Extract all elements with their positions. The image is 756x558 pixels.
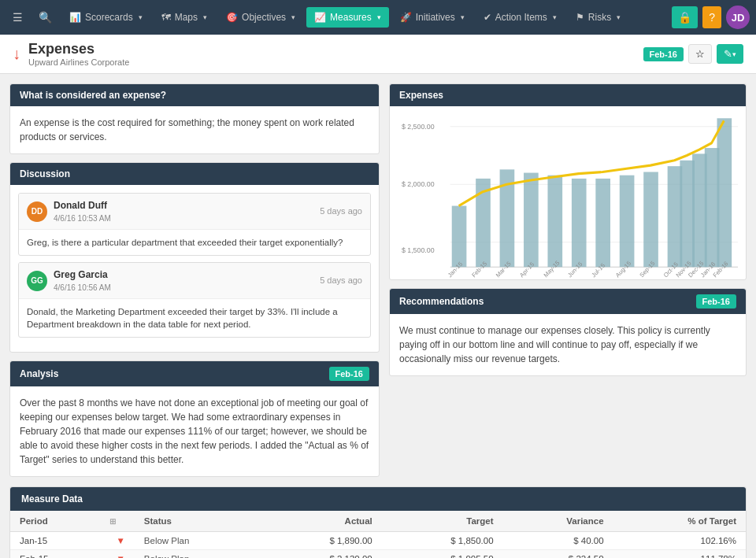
cell-actual: $ 2,130.00 <box>261 550 382 558</box>
measure-data-table: Period ⊞ Status Actual Target Variance %… <box>10 511 746 558</box>
cell-variance: $ 224.50 <box>503 550 613 558</box>
nav-initiatives[interactable]: 🚀 Initiatives ▾ <box>392 7 472 28</box>
navbar: ☰ 🔍 📊 Scorecards ▾ 🗺 Maps ▾ 🎯 Objectives… <box>0 0 756 35</box>
page-title-group: Expenses Upward Airlines Corporate <box>28 41 129 67</box>
expense-definition-card: What is considered an expense? An expens… <box>9 83 380 154</box>
col-filter[interactable]: ⊞ <box>106 511 134 532</box>
cell-period: Jan-15 <box>10 532 106 550</box>
analysis-card: Analysis Feb-16 Over the past 8 months w… <box>9 360 380 477</box>
initiatives-icon: 🚀 <box>400 12 412 23</box>
svg-rect-13 <box>595 179 610 267</box>
risks-icon: ⚑ <box>576 12 584 23</box>
menu-button[interactable]: ☰ <box>6 6 29 28</box>
edit-icon: ✎ <box>724 48 732 60</box>
table-row: Feb-15 ▼ Below Plan $ 2,130.00 $ 1,905.5… <box>10 550 746 558</box>
right-column: Expenses $ 2,500.00 $ 2,000.00 $ 1,500.0… <box>389 83 747 477</box>
analysis-header: Analysis Feb-16 <box>10 361 379 386</box>
measure-data-section: Measure Data Period ⊞ Status Actual Targ… <box>9 486 747 558</box>
svg-rect-20 <box>717 118 732 267</box>
col-pct-target: % of Target <box>613 511 746 532</box>
search-button[interactable]: 🔍 <box>32 6 58 28</box>
svg-rect-15 <box>643 172 658 268</box>
nav-scorecards[interactable]: 📊 Scorecards ▾ <box>61 7 150 28</box>
page-header-left: ↓ Expenses Upward Airlines Corporate <box>13 41 129 67</box>
chevron-down-icon: ▾ <box>139 13 143 21</box>
svg-rect-7 <box>452 206 467 268</box>
avatar-donald: DD <box>27 201 47 222</box>
cell-period: Feb-15 <box>10 550 106 558</box>
discussion-item-1-header: DD Donald Duff 4/6/16 10:53 AM 5 days ag… <box>19 194 370 230</box>
nav-maps[interactable]: 🗺 Maps ▾ <box>154 7 215 28</box>
avatar-greg: GG <box>27 271 47 291</box>
help-button[interactable]: ? <box>702 6 721 28</box>
svg-text:$ 1,500.00: $ 1,500.00 <box>402 246 435 254</box>
recommendations-date-badge: Feb-16 <box>696 294 736 309</box>
page-header-right: Feb-16 ☆ ✎ ▾ <box>643 44 743 64</box>
discussion-item-2: GG Greg Garcia 4/6/16 10:56 AM 5 days ag… <box>18 262 371 338</box>
recommendations-body: We must continue to manage our expenses … <box>390 314 746 375</box>
nav-right-actions: 🔒 ? JD <box>672 6 750 29</box>
col-variance: Variance <box>503 511 613 532</box>
date-badge: Feb-16 <box>643 47 684 61</box>
svg-rect-11 <box>547 176 562 268</box>
discussion-item-2-body: Donald, the Marketing Department exceede… <box>19 299 370 337</box>
cell-status-icon: ▼ <box>106 532 134 550</box>
discussion-header: Discussion <box>10 163 379 185</box>
svg-text:$ 2,500.00: $ 2,500.00 <box>402 123 435 131</box>
nav-measures[interactable]: 📈 Measures ▾ <box>306 7 389 28</box>
cell-pct: 102.16% <box>613 532 746 550</box>
measure-data-header: Measure Data <box>10 487 746 511</box>
svg-rect-14 <box>620 176 635 268</box>
left-column: What is considered an expense? An expens… <box>9 83 380 477</box>
nav-objectives[interactable]: 🎯 Objectives ▾ <box>218 7 303 28</box>
discussion-card: Discussion DD Donald Duff 4/6/16 10:53 A… <box>9 162 380 353</box>
analysis-body: Over the past 8 months we have not done … <box>10 386 379 476</box>
chevron-down-icon: ▾ <box>553 13 557 21</box>
chevron-down-icon: ▾ <box>617 13 621 21</box>
objectives-icon: 🎯 <box>226 12 238 23</box>
filter-icon[interactable]: ⊞ <box>109 517 116 526</box>
chevron-down-icon: ▾ <box>732 50 736 58</box>
trend-down-icon: ↓ <box>13 45 20 63</box>
action-items-icon: ✔ <box>484 12 491 23</box>
star-button[interactable]: ☆ <box>688 44 712 64</box>
chevron-down-icon: ▾ <box>377 13 381 21</box>
discussion-body: DD Donald Duff 4/6/16 10:53 AM 5 days ag… <box>10 185 379 352</box>
nav-action-items[interactable]: ✔ Action Items ▾ <box>476 7 565 28</box>
discussion-item-1: DD Donald Duff 4/6/16 10:53 AM 5 days ag… <box>18 193 371 256</box>
svg-rect-12 <box>572 179 587 267</box>
discussion-author-1: Donald Duff 4/6/16 10:53 AM <box>54 198 111 224</box>
page-subtitle: Upward Airlines Corporate <box>28 57 129 67</box>
maps-icon: 🗺 <box>161 12 171 23</box>
cell-status: Below Plan <box>135 532 261 550</box>
expenses-chart-card: Expenses $ 2,500.00 $ 2,000.00 $ 1,500.0… <box>389 83 747 280</box>
col-target: Target <box>382 511 503 532</box>
chevron-down-icon: ▾ <box>203 13 207 21</box>
analysis-date-badge: Feb-16 <box>329 367 369 381</box>
avatar[interactable]: JD <box>726 6 750 29</box>
discussion-item-2-header: GG Greg Garcia 4/6/16 10:56 AM 5 days ag… <box>19 263 370 299</box>
page-header: ↓ Expenses Upward Airlines Corporate Feb… <box>0 35 756 74</box>
discussion-author-2: Greg Garcia 4/6/16 10:56 AM <box>54 268 111 294</box>
svg-rect-10 <box>524 173 539 268</box>
col-period: Period <box>10 511 106 532</box>
table-row: Jan-15 ▼ Below Plan $ 1,890.00 $ 1,850.0… <box>10 532 746 550</box>
lock-button[interactable]: 🔒 <box>672 6 698 28</box>
scorecards-icon: 📊 <box>69 12 81 23</box>
main-content: What is considered an expense? An expens… <box>0 74 756 486</box>
nav-risks[interactable]: ⚑ Risks ▾ <box>568 7 628 28</box>
table-body: Jan-15 ▼ Below Plan $ 1,890.00 $ 1,850.0… <box>10 532 746 558</box>
cell-status-icon: ▼ <box>106 550 134 558</box>
measures-icon: 📈 <box>314 12 326 23</box>
recommendations-header: Recommendations Feb-16 <box>390 289 746 314</box>
chevron-down-icon: ▾ <box>461 13 465 21</box>
cell-status: Below Plan <box>135 550 261 558</box>
chevron-down-icon: ▾ <box>291 13 295 21</box>
edit-button[interactable]: ✎ ▾ <box>717 44 743 64</box>
discussion-item-1-body: Greg, is there a particular department t… <box>19 230 370 255</box>
expenses-chart: $ 2,500.00 $ 2,000.00 $ 1,500.00 <box>398 114 738 279</box>
col-status: Status <box>135 511 261 532</box>
cell-target: $ 1,850.00 <box>382 532 503 550</box>
expense-definition-header: What is considered an expense? <box>10 84 379 106</box>
expense-definition-body: An expense is the cost required for some… <box>10 106 379 153</box>
